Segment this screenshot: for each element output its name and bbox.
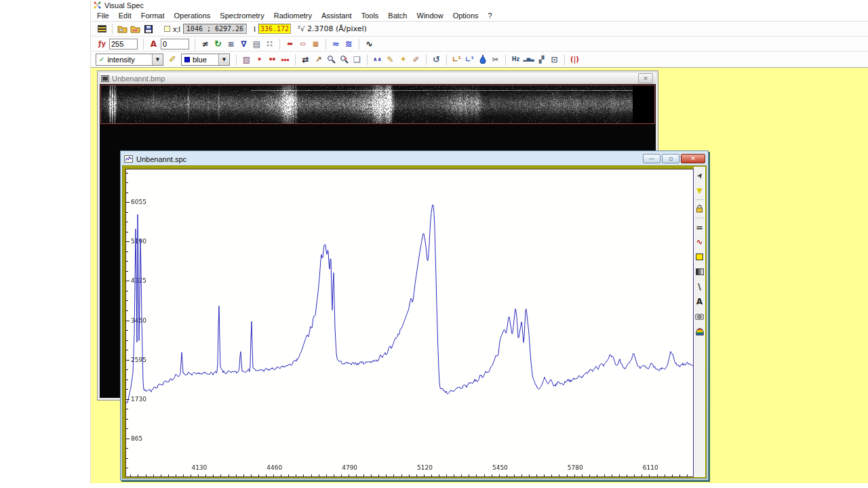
menu-batch[interactable]: Batch xyxy=(383,11,412,20)
not-equal-icon[interactable]: ≠ xyxy=(199,38,212,50)
app-titlebar[interactable]: Visual Spec xyxy=(91,0,868,10)
menu-radiometry[interactable]: Radiometry xyxy=(269,11,317,20)
spc-window-client: ➤▼=∿\A xyxy=(122,165,707,479)
save-icon[interactable] xyxy=(142,23,155,35)
menu-operations[interactable]: Operations xyxy=(170,11,216,20)
camera-icon[interactable] xyxy=(694,311,705,322)
close-button[interactable]: ✕ xyxy=(681,154,705,163)
pointer-arrow-icon[interactable]: ➤ xyxy=(692,168,707,183)
pencil-icon[interactable]: ✎ xyxy=(384,54,397,66)
maximize-button[interactable]: ▫ xyxy=(662,154,679,163)
minimize-button[interactable]: — xyxy=(643,154,660,163)
menu-format[interactable]: Format xyxy=(136,11,170,20)
wave-double-icon[interactable]: ≋ xyxy=(342,38,355,50)
drop-icon[interactable] xyxy=(476,54,489,66)
nabla-icon[interactable]: ∇ xyxy=(237,38,250,50)
plot-side-toolbar: ➤▼=∿\A xyxy=(694,167,705,477)
cut-level-icon[interactable]: ƒy xyxy=(96,38,108,50)
toolbar-profile: ✓ intensity ▼ ✐ blue ▼ ▧▪▪▪▪▪▪⇄↗✕❏∧∧✎✶✐↺… xyxy=(91,52,868,68)
peaks-icon[interactable]: ∧∧ xyxy=(371,54,384,66)
cursor-position-field[interactable]: 1046 ; 6297.26 xyxy=(183,24,247,34)
menu-file[interactable]: File xyxy=(92,11,114,20)
open-image-icon[interactable] xyxy=(116,23,129,35)
clean-brush-icon[interactable]: ✐ xyxy=(410,54,422,66)
dropdown-arrow-icon[interactable]: ▼ xyxy=(152,54,163,65)
visual-spec-application: Visual Spec FileEditFormatOperationsSpec… xyxy=(90,0,868,483)
continuum1-icon[interactable]: ∟¹ xyxy=(450,54,463,66)
zone-lines-icon[interactable]: ▭ xyxy=(296,38,309,50)
marker-arrow-icon[interactable]: ▼ xyxy=(694,185,705,196)
color-combobox[interactable]: blue ▼ xyxy=(181,54,230,66)
lock-icon[interactable] xyxy=(694,203,705,214)
menu-window[interactable]: Window xyxy=(412,11,448,20)
wave-single-icon[interactable]: ≈ xyxy=(330,38,342,50)
close-button[interactable]: ✕ xyxy=(638,73,653,83)
dispersion-radical-icon: ²√ xyxy=(298,25,304,33)
svg-text:✕: ✕ xyxy=(344,56,348,62)
pixel-lambda-label: x;l xyxy=(173,25,180,33)
zoom-in-icon[interactable] xyxy=(325,54,338,66)
hz-icon[interactable]: Hz xyxy=(509,54,522,66)
copy-page-icon[interactable]: ❏ xyxy=(351,54,363,66)
threshold-input[interactable] xyxy=(109,39,138,49)
bmp-titlebar[interactable]: Unbenannt.bmp ✕ xyxy=(100,73,656,84)
align-lines-icon[interactable]: ≡ xyxy=(224,38,237,50)
fit-star-icon[interactable]: ✶ xyxy=(397,54,410,66)
menu-options[interactable]: Options xyxy=(448,11,484,20)
open-profile-icon[interactable] xyxy=(129,23,142,35)
menu-[interactable]: ? xyxy=(484,11,497,20)
mode-combobox[interactable]: ✓ intensity ▼ xyxy=(96,54,163,66)
zone2-icon[interactable]: ▪▪ xyxy=(266,54,279,66)
display-reference-icon[interactable] xyxy=(96,23,108,35)
spc-titlebar[interactable]: Unbenannt.spc — ▫ ✕ xyxy=(122,152,707,165)
pixel-lambda-checkbox[interactable] xyxy=(164,26,170,32)
wand-icon[interactable]: ✐ xyxy=(166,54,179,66)
columns-icon[interactable]: ▦ xyxy=(309,38,322,50)
profile-small-icon[interactable]: ∿ xyxy=(694,237,705,247)
palette-icon[interactable] xyxy=(694,326,705,337)
equals-icon[interactable]: = xyxy=(694,222,705,232)
spectrum-strip-image[interactable] xyxy=(101,85,633,123)
line-profile-icon[interactable]: ▬ xyxy=(283,38,296,50)
mode-combobox-value: intensity xyxy=(107,56,134,64)
intensity-value-field[interactable]: 336.172 xyxy=(258,24,291,34)
preview-box-icon[interactable]: ⊡ xyxy=(548,54,561,66)
zone1-icon[interactable]: ▪ xyxy=(253,54,266,66)
font-arrow-icon[interactable]: A xyxy=(147,38,160,50)
crop-icon[interactable]: ✂ xyxy=(489,54,502,66)
dispersion-value: 2.3708 (Å/pixel) xyxy=(307,24,367,33)
spectrum-plot-canvas[interactable] xyxy=(126,169,693,476)
yellow-box-icon[interactable] xyxy=(694,251,705,262)
zone3-icon[interactable]: ▪▪▪ xyxy=(279,54,292,66)
menu-tools[interactable]: Tools xyxy=(357,11,384,20)
toolbar-image: ƒy A ≠↻≡∇▤∷▬▭▦≈≋∿ xyxy=(91,37,868,52)
grid-dots-icon[interactable]: ∷ xyxy=(263,38,276,50)
continuum2-icon[interactable]: ∟¹ xyxy=(463,54,476,66)
bmp-window-title: Unbenannt.bmp xyxy=(112,75,165,83)
color-combobox-value: blue xyxy=(193,56,207,64)
compare-shift-icon[interactable]: ⇄ xyxy=(299,54,312,66)
gradient-icon[interactable] xyxy=(694,266,705,277)
spectrum-plot xyxy=(125,169,694,477)
add-profile-icon[interactable]: ↗ xyxy=(312,54,325,66)
display-profile-icon[interactable]: ▧ xyxy=(240,54,253,66)
backslash-icon[interactable]: \ xyxy=(694,281,705,292)
smooth-icon[interactable]: ∿ xyxy=(363,38,376,50)
check-icon: ✓ xyxy=(99,56,104,63)
label-a-icon[interactable]: A xyxy=(694,296,705,307)
menu-edit[interactable]: Edit xyxy=(114,11,136,20)
dropdown-arrow-icon[interactable]: ▼ xyxy=(218,54,229,65)
flux-icon[interactable]: ▞ xyxy=(535,54,548,66)
menu-spectrometry[interactable]: Spectrometry xyxy=(215,11,269,20)
menu-assistant[interactable]: Assistant xyxy=(317,11,357,20)
angle-input[interactable] xyxy=(161,39,189,49)
histogram-icon[interactable]: ▂▅▃ xyxy=(522,54,535,66)
replay-icon[interactable]: ↺ xyxy=(430,54,443,66)
mdi-workspace: Unbenannt.bmp ✕ Unbenannt.spc — ▫ xyxy=(91,68,868,483)
sound-icon[interactable]: (|) xyxy=(568,54,581,66)
spectrum-strip-frame xyxy=(100,85,655,124)
rotate-icon[interactable]: ↻ xyxy=(212,38,224,50)
zoom-off-icon[interactable]: ✕ xyxy=(338,54,351,66)
app-logo-icon xyxy=(94,1,101,9)
register-doc-icon[interactable]: ▤ xyxy=(250,38,263,50)
